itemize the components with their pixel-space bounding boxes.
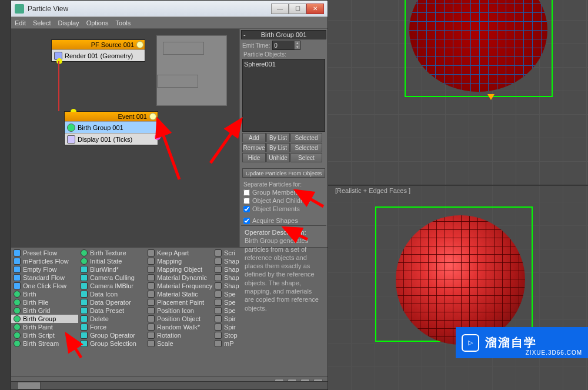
depot-operator[interactable]: mP <box>212 339 239 348</box>
depot-operator[interactable]: Empty Flow <box>11 265 78 274</box>
depot-operator[interactable]: Group Operator <box>78 331 145 339</box>
depot-operator[interactable]: Placement Paint <box>145 298 212 306</box>
viewport-perspective[interactable]: [Realistic + Edged Faces ] <box>328 186 588 390</box>
operator-render[interactable]: Render 001 (Geometry) <box>52 49 145 61</box>
chk-group-members[interactable]: Group Members <box>243 189 324 196</box>
depot-operator[interactable]: Birth Stream <box>11 339 78 348</box>
depot-operator[interactable]: Birth <box>11 290 78 298</box>
depot-operator[interactable]: Data Icon <box>78 290 145 298</box>
bylist-button[interactable]: By List <box>266 133 290 142</box>
operator-icon <box>14 291 21 298</box>
depot-operator[interactable]: BlurWind* <box>78 265 145 274</box>
update-particles-button[interactable]: Update Particles From Objects <box>242 168 325 178</box>
depot-operator[interactable]: Birth Group <box>11 315 78 323</box>
depot-operator[interactable]: Birth Script <box>11 331 78 339</box>
depot-operator[interactable]: Data Preset <box>78 306 145 315</box>
menu-select[interactable]: Select <box>33 19 51 26</box>
emit-time-input[interactable] <box>273 41 294 49</box>
rollup-header[interactable]: - Birth Group 001 <box>241 30 326 39</box>
node-pf-source[interactable]: PF Source 001 Render 001 (Geometry) <box>51 39 145 62</box>
particle-objects-list[interactable]: Sphere001 <box>242 59 325 132</box>
depot-operator[interactable]: Shap <box>212 265 239 274</box>
list-item[interactable]: Sphere001 <box>244 61 323 68</box>
depot-operator[interactable]: Birth Paint <box>11 323 78 331</box>
depot-operator[interactable]: Material Dynamic <box>145 274 212 282</box>
bylist-button-2[interactable]: By List <box>266 143 290 152</box>
menu-tools[interactable]: Tools <box>116 19 131 26</box>
depot-operator[interactable]: Standard Flow <box>11 274 78 282</box>
depot-operator[interactable]: Force <box>78 323 145 331</box>
depot-operator[interactable]: Scri <box>212 249 239 257</box>
spinner-up-icon[interactable]: ▲ <box>294 41 300 45</box>
depot-operator[interactable]: Spir <box>212 315 239 323</box>
depot-operator[interactable]: Spe <box>212 306 239 315</box>
output-port[interactable] <box>155 134 161 140</box>
depot-operator[interactable]: mParticles Flow <box>11 257 78 265</box>
lightbulb-icon[interactable] <box>136 41 143 48</box>
depot-operator[interactable]: Camera Culling <box>78 274 145 282</box>
depot-operator[interactable]: Keep Apart <box>145 249 212 257</box>
depot-operator[interactable]: Mapping Object <box>145 265 212 274</box>
depot-operator[interactable]: Position Icon <box>145 306 212 315</box>
depot-operator[interactable]: Spe <box>212 290 239 298</box>
emit-time-spinner[interactable]: ▲▼ <box>272 41 300 50</box>
remove-button[interactable]: Remove <box>242 143 266 152</box>
titlebar[interactable]: Particle View — ☐ ✕ <box>11 1 328 17</box>
depot-hscroll[interactable] <box>11 381 328 389</box>
chk-object-elements[interactable]: Object Elements <box>243 205 324 212</box>
node-title[interactable]: Event 001 <box>65 112 158 121</box>
depot-operator[interactable]: Birth Grid <box>11 306 78 315</box>
menu-edit[interactable]: Edit <box>15 19 26 26</box>
depot-operator[interactable]: One Click Flow <box>11 282 78 290</box>
depot-operator[interactable]: Birth File <box>11 298 78 306</box>
unhide-button[interactable]: Unhide <box>266 153 290 162</box>
depot-operator[interactable]: Spe <box>212 298 239 306</box>
maximize-button[interactable]: ☐ <box>289 4 306 14</box>
depot-operator[interactable]: Random Walk* <box>145 323 212 331</box>
operator-label: Spe <box>224 299 236 306</box>
node-event[interactable]: Event 001 Birth Group 001 Display 001 (T… <box>64 111 158 145</box>
viewport-top[interactable] <box>328 0 588 185</box>
collapse-icon[interactable]: - <box>243 31 246 38</box>
depot-operator[interactable]: Mapping <box>145 257 212 265</box>
depot-operator[interactable]: Delete <box>78 315 145 323</box>
depot-operator[interactable]: Material Static <box>145 290 212 298</box>
depot-operator[interactable]: Birth Texture <box>78 249 145 257</box>
particle-view-window: Particle View — ☐ ✕ Edit Select Display … <box>11 0 328 390</box>
hide-button[interactable]: Hide <box>242 153 266 162</box>
depot-operator[interactable]: Scale <box>145 339 212 348</box>
operator-label: Material Frequency <box>157 282 212 289</box>
output-port[interactable] <box>56 58 62 64</box>
depot-operator[interactable]: Preset Flow <box>11 249 78 257</box>
selected-button-2[interactable]: Selected <box>290 143 322 152</box>
minimize-button[interactable]: — <box>271 4 289 14</box>
depot-operator[interactable]: Group Selection <box>78 339 145 348</box>
spinner-down-icon[interactable]: ▼ <box>294 45 300 49</box>
scrollbar-thumb[interactable] <box>17 382 41 389</box>
depot-operator[interactable]: Camera IMBlur <box>78 282 145 290</box>
depot-operator[interactable]: Shap <box>212 282 239 290</box>
operator-birth-group[interactable]: Birth Group 001 <box>65 121 158 133</box>
menu-options[interactable]: Options <box>86 19 109 26</box>
depot-operator[interactable]: Initial State <box>78 257 145 265</box>
depot-operator[interactable]: Material Frequency <box>145 282 212 290</box>
graph-canvas[interactable]: PF Source 001 Render 001 (Geometry) Even… <box>11 29 239 247</box>
depot-operator[interactable]: Position Object <box>145 315 212 323</box>
add-button[interactable]: Add <box>242 133 266 142</box>
selected-button[interactable]: Selected <box>290 133 322 142</box>
chk-object-children[interactable]: Object And Children <box>243 197 324 204</box>
select-button[interactable]: Select <box>290 153 322 162</box>
close-button[interactable]: ✕ <box>306 4 324 14</box>
lightbulb-icon[interactable] <box>149 113 156 120</box>
chk-acquire-shapes[interactable]: Acquire Shapes <box>243 217 324 224</box>
operator-display[interactable]: Display 001 (Ticks) <box>65 133 158 145</box>
depot-operator[interactable]: Stop <box>212 331 239 339</box>
depot-operator[interactable]: Shap <box>212 257 239 265</box>
depot-operator[interactable]: Spir <box>212 323 239 331</box>
node-title[interactable]: PF Source 001 <box>52 40 145 49</box>
depot-operator[interactable]: Shap <box>212 274 239 282</box>
operator-label: Position Icon <box>157 307 194 314</box>
menu-display[interactable]: Display <box>58 19 79 26</box>
depot-operator[interactable]: Rotation <box>145 331 212 339</box>
depot-operator[interactable]: Data Operator <box>78 298 145 306</box>
